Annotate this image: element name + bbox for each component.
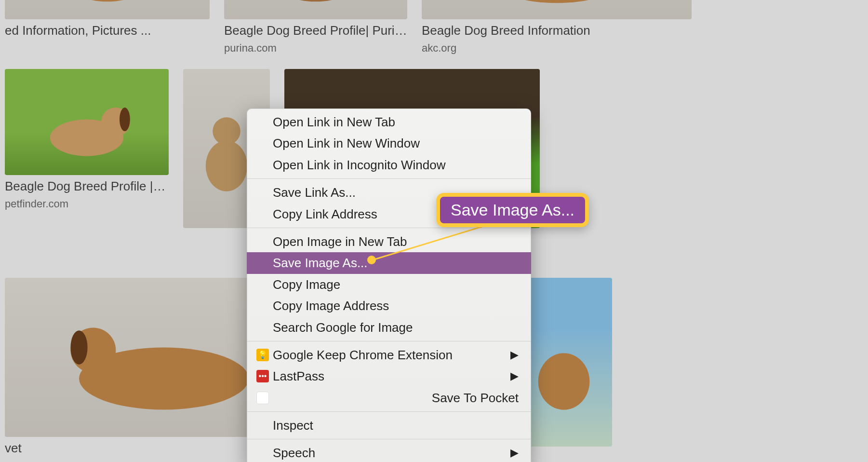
submenu-arrow-icon: ▶ [510,348,519,363]
svg-point-26 [538,353,590,409]
dog-illustration [224,0,407,19]
annotation-callout: Save Image As... [436,193,589,227]
pocket-icon: ◡ [256,392,269,404]
lastpass-icon: ••• [256,370,269,382]
ctx-search-google-for-image[interactable]: Search Google for Image [247,317,531,338]
image-tile[interactable]: Beagle Dog Breed Profile | Petfi petfind… [5,69,169,263]
image-source: akc.org [422,42,692,54]
svg-point-13 [213,117,240,145]
image-tile[interactable]: Beagle Dog Breed Profile| Purin… purina.… [224,0,407,54]
ctx-inspect[interactable]: Inspect [247,415,531,436]
ctx-ext-pocket[interactable]: ◡ Save To Pocket [247,387,531,408]
ctx-separator [247,341,531,341]
image-title: Beagle Dog Breed Profile| Purin… [224,23,407,38]
dog-illustration [422,0,692,19]
ctx-ext-lastpass[interactable]: ••• LastPass ▶ [247,366,531,387]
annotation-connector-line [366,222,492,275]
image-title: Beagle Dog Breed Information [422,23,692,38]
image-title: ed Information, Pictures ... [5,23,210,38]
ctx-open-link-new-tab[interactable]: Open Link in New Tab [247,111,531,133]
ctx-separator [247,178,531,179]
context-menu: Open Link in New Tab Open Link in New Wi… [247,109,531,462]
ctx-copy-image-address[interactable]: Copy Image Address [247,295,531,316]
google-keep-icon: 💡 [256,349,269,361]
image-thumbnail[interactable] [422,0,692,19]
image-source: purina.com [224,42,407,54]
annotation-pointer-dot [367,256,376,264]
svg-point-6 [493,0,620,3]
image-title: Beagle Dog Breed Profile | Petfi [5,179,169,194]
svg-line-35 [371,227,482,260]
svg-point-3 [273,0,358,1]
image-thumbnail[interactable] [224,0,407,19]
svg-point-11 [120,108,130,131]
ctx-separator [247,411,531,412]
submenu-arrow-icon: ▶ [510,446,519,461]
image-thumbnail[interactable] [5,0,210,19]
ctx-ext-google-keep[interactable]: 💡 Google Keep Chrome Extension ▶ [247,344,531,366]
dog-illustration [5,0,210,19]
svg-point-12 [206,140,247,191]
dog-illustration [5,69,169,175]
submenu-arrow-icon: ▶ [510,369,519,384]
image-source: petfinder.com [5,198,169,210]
ctx-open-link-new-window[interactable]: Open Link in New Window [247,133,531,154]
ctx-open-link-incognito[interactable]: Open Link in Incognito Window [247,154,531,176]
ctx-separator [247,439,531,439]
image-thumbnail[interactable] [5,69,169,175]
ctx-copy-image[interactable]: Copy Image [247,274,531,295]
svg-point-21 [70,330,87,364]
image-tile[interactable]: ed Information, Pictures ... [5,0,210,54]
svg-point-0 [65,0,150,1]
ctx-speech[interactable]: Speech ▶ [247,442,531,462]
image-tile[interactable]: Beagle Dog Breed Information akc.org [422,0,692,54]
